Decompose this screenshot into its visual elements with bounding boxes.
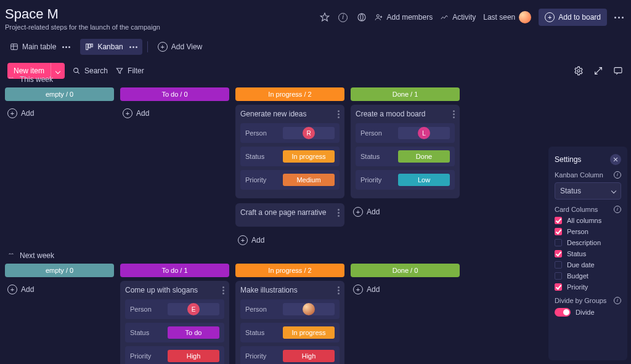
card-field-status[interactable]: StatusTo do xyxy=(125,323,224,342)
tab-more-icon[interactable] xyxy=(62,46,70,48)
add-card-button[interactable]: Add xyxy=(235,232,344,249)
person-avatar[interactable]: E xyxy=(187,303,200,315)
avatar xyxy=(519,11,531,23)
tab-main-table[interactable]: Main table xyxy=(5,39,75,55)
svg-rect-4 xyxy=(86,44,88,49)
card-field-status[interactable]: StatusDone xyxy=(356,147,455,166)
card-title: Craft a one page narrative xyxy=(240,208,326,217)
kanban-column: empty / 0Add xyxy=(5,264,114,298)
kanban-column: To do / 0Add xyxy=(120,87,229,122)
kanban-column: In progress / 2Make illustrationsPersonS… xyxy=(235,264,344,364)
column-header[interactable]: Done / 0 xyxy=(351,264,460,277)
checkbox-priority[interactable]: Priority xyxy=(555,283,621,291)
card-title: Make illustrations xyxy=(240,286,298,294)
checkbox-person[interactable]: Person xyxy=(555,228,621,235)
kanban-card[interactable]: Create a mood boardPersonLStatusDonePrio… xyxy=(351,105,460,198)
card-title: Come up with slogans xyxy=(125,286,198,294)
column-header[interactable]: Done / 1 xyxy=(351,87,460,101)
board-subtitle: Project-related steps for the launch of … xyxy=(5,23,312,31)
last-seen[interactable]: Last seen xyxy=(483,11,531,23)
settings-panel: Settings Kanban Column Status Card Colum… xyxy=(548,147,627,360)
card-field-priority[interactable]: PriorityMedium xyxy=(240,170,340,190)
card-title: Create a mood board xyxy=(356,110,425,118)
kanban-column-select[interactable]: Status xyxy=(555,182,621,200)
kanban-column: Done / 0Add xyxy=(351,264,460,298)
column-header[interactable]: In progress / 2 xyxy=(235,264,344,277)
group-header[interactable]: Next week xyxy=(7,251,542,260)
svg-point-1 xyxy=(358,14,365,21)
add-members-button[interactable]: Add members xyxy=(375,13,433,22)
plus-icon xyxy=(158,42,168,52)
plus-icon xyxy=(7,285,17,294)
checkbox-all-columns[interactable]: All columns xyxy=(555,217,621,224)
card-menu-icon[interactable] xyxy=(338,209,340,217)
person-avatar[interactable] xyxy=(303,303,315,315)
card-field-person[interactable]: PersonR xyxy=(240,123,340,143)
add-card-button[interactable]: Add xyxy=(5,281,114,298)
card-field-person[interactable]: PersonE xyxy=(125,299,224,319)
svg-point-8 xyxy=(577,70,580,72)
info-icon[interactable] xyxy=(614,297,621,304)
card-field-person[interactable]: Person xyxy=(240,299,340,319)
kanban-card[interactable]: Craft a one page narrative xyxy=(235,203,344,227)
plus-icon xyxy=(123,108,132,118)
svg-marker-0 xyxy=(320,13,328,21)
activity-button[interactable]: Activity xyxy=(440,13,476,22)
tab-more-icon[interactable] xyxy=(129,46,137,48)
svg-rect-5 xyxy=(89,44,91,47)
kanban-card[interactable]: Come up with slogansPersonEStatusTo doPr… xyxy=(120,281,229,364)
card-field-person[interactable]: PersonL xyxy=(356,123,455,143)
info-icon[interactable] xyxy=(338,12,349,23)
checkbox-due-date[interactable]: Due date xyxy=(555,261,621,269)
plus-icon xyxy=(238,235,248,245)
person-avatar[interactable]: R xyxy=(303,127,315,139)
card-menu-icon[interactable] xyxy=(338,110,340,118)
column-header[interactable]: In progress / 2 xyxy=(235,87,344,101)
info-icon[interactable] xyxy=(614,206,621,213)
add-to-board-button[interactable]: Add to board xyxy=(539,9,607,26)
column-header[interactable]: empty / 0 xyxy=(5,264,114,277)
column-header[interactable]: To do / 0 xyxy=(120,87,229,101)
add-card-button[interactable]: Add xyxy=(5,105,114,122)
card-field-priority[interactable]: PriorityLow xyxy=(356,170,455,190)
checkbox-status[interactable]: Status xyxy=(555,250,621,257)
card-field-priority[interactable]: PriorityHigh xyxy=(240,346,340,364)
kanban-card[interactable]: Make illustrationsPersonStatusIn progres… xyxy=(235,281,344,364)
svg-point-7 xyxy=(74,68,78,73)
person-avatar[interactable]: L xyxy=(418,127,430,139)
more-menu-icon[interactable] xyxy=(614,17,624,18)
chevron-down-icon xyxy=(611,188,616,193)
add-card-button[interactable]: Add xyxy=(351,203,460,220)
card-title: Generate new ideas xyxy=(240,110,306,118)
kanban-column: empty / 0Add xyxy=(5,87,114,122)
checkbox-description[interactable]: Description xyxy=(555,239,621,246)
card-field-status[interactable]: StatusIn progress xyxy=(240,147,340,166)
group-header[interactable]: This week xyxy=(7,75,542,84)
settings-title: Settings xyxy=(555,155,581,164)
card-menu-icon[interactable] xyxy=(222,286,224,294)
column-header[interactable]: empty / 0 xyxy=(5,87,114,101)
divide-toggle[interactable]: Divide xyxy=(555,308,621,317)
card-field-status[interactable]: StatusIn progress xyxy=(240,323,340,342)
checkbox-budget[interactable]: Budget xyxy=(555,272,621,280)
close-icon[interactable] xyxy=(610,154,621,165)
plus-icon xyxy=(545,12,555,22)
add-card-button[interactable]: Add xyxy=(120,105,229,122)
add-view-button[interactable]: Add View xyxy=(153,38,207,55)
card-menu-icon[interactable] xyxy=(338,286,340,294)
plus-icon xyxy=(353,285,363,294)
star-icon[interactable] xyxy=(319,12,330,23)
card-menu-icon[interactable] xyxy=(453,110,455,118)
card-field-priority[interactable]: PriorityHigh xyxy=(125,346,224,364)
svg-rect-6 xyxy=(91,44,92,47)
tab-kanban[interactable]: Kanban xyxy=(80,39,142,55)
kanban-card[interactable]: Generate new ideasPersonRStatusIn progre… xyxy=(235,105,344,198)
kanban-column: To do / 1Come up with slogansPersonEStat… xyxy=(120,264,229,364)
plus-icon xyxy=(7,108,17,118)
add-card-button[interactable]: Add xyxy=(351,281,460,298)
svg-rect-3 xyxy=(11,44,18,49)
kanban-column: In progress / 2Generate new ideasPersonR… xyxy=(235,87,344,249)
info-icon[interactable] xyxy=(614,171,621,179)
column-header[interactable]: To do / 1 xyxy=(120,264,229,277)
integrations-icon[interactable] xyxy=(356,12,367,23)
